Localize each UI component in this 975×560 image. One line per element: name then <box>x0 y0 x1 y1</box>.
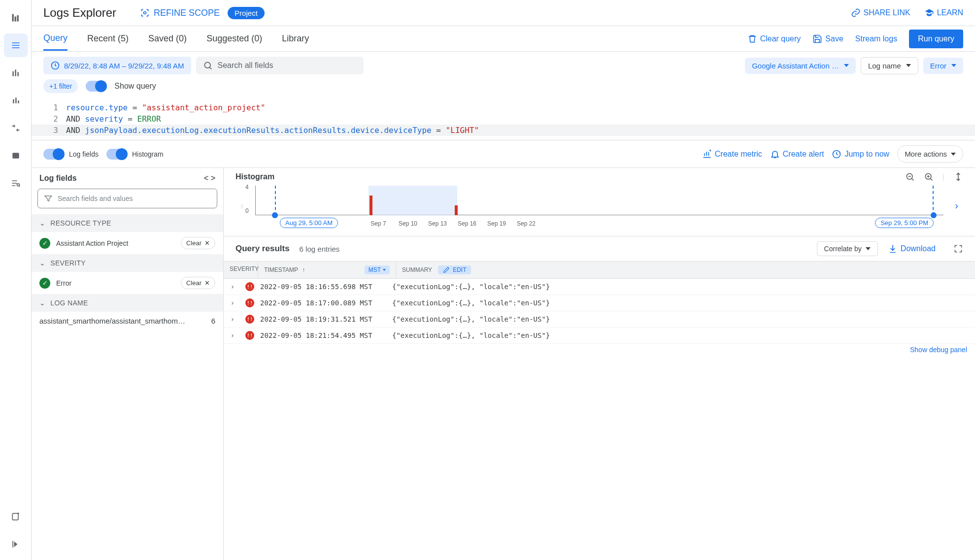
tab-recent[interactable]: Recent (5) <box>87 28 129 50</box>
log-summary: {"executionLog":{…}, "locale":"en-US"} <box>386 295 975 311</box>
download-button[interactable]: Download <box>888 244 936 254</box>
resource-dropdown[interactable]: Google Assistant Action … <box>745 58 856 74</box>
search-all-fields[interactable]: Search all fields <box>196 57 364 74</box>
time-range-chip[interactable]: 8/29/22, 8:48 AM – 9/29/22, 9:48 AM <box>43 57 191 74</box>
chevron-right-icon[interactable]: › <box>224 283 241 291</box>
section-log-name[interactable]: ⌄ LOG NAME <box>32 294 223 312</box>
create-alert-button[interactable]: Create alert <box>770 149 824 159</box>
expand-vertical-icon[interactable] <box>953 172 963 182</box>
log-summary: {"executionLog":{…}, "locale":"en-US"} <box>386 328 975 343</box>
log-timestamp: 2022-09-05 18:21:54.495 MST <box>258 328 386 343</box>
query-tabs: Query Recent (5) Saved (0) Suggested (0)… <box>32 26 975 52</box>
error-icon: !! <box>245 282 254 291</box>
error-icon: !! <box>245 298 254 307</box>
run-query-button[interactable]: Run query <box>909 30 963 48</box>
log-summary: {"executionLog":{…}, "locale":"en-US"} <box>386 279 975 295</box>
section-severity[interactable]: ⌄ SEVERITY <box>32 254 223 272</box>
histogram-end-pill[interactable]: Sep 29, 5:00 PM <box>875 218 934 228</box>
close-icon: ✕ <box>204 279 210 287</box>
clear-severity-button[interactable]: Clear✕ <box>181 277 215 289</box>
log-timestamp: 2022-09-05 18:17:00.089 MST <box>258 295 386 311</box>
chevron-right-icon[interactable]: › <box>224 331 241 339</box>
stream-logs-button[interactable]: Stream logs <box>855 34 897 43</box>
tab-suggested[interactable]: Suggested (0) <box>206 28 262 50</box>
chevron-down-icon: ⌄ <box>39 219 45 227</box>
filter-severity-value[interactable]: ✓ Error Clear✕ <box>32 272 223 294</box>
histogram-toggle[interactable] <box>106 149 127 160</box>
section-resource-type[interactable]: ⌄ RESOURCE TYPE <box>32 214 223 232</box>
log-fields-pane: Log fields < > Search fields and values … <box>32 168 224 560</box>
logo-icon[interactable] <box>4 6 28 30</box>
nav-search-icon[interactable] <box>4 171 28 195</box>
clear-resource-button[interactable]: Clear✕ <box>181 237 215 249</box>
more-actions-button[interactable]: More actions <box>897 145 963 163</box>
timezone-chip[interactable]: MST <box>365 265 390 274</box>
log-fields-title: Log fields <box>39 174 77 183</box>
col-summary[interactable]: SUMMARY EDIT <box>396 262 975 278</box>
log-row[interactable]: ›!!2022-09-05 18:21:54.495 MST{"executio… <box>224 328 975 344</box>
entry-count: 6 log entries <box>300 245 340 253</box>
error-icon: !! <box>245 315 254 324</box>
histogram-start-handle[interactable] <box>272 212 278 218</box>
logname-dropdown[interactable]: Log name <box>861 57 918 74</box>
chevron-right-icon[interactable]: › <box>224 299 241 307</box>
log-name-value[interactable]: assistant_smarthome/assistant_smarthom… … <box>32 312 223 330</box>
severity-dropdown[interactable]: Error <box>923 58 963 74</box>
svg-point-4 <box>144 12 146 14</box>
show-query-toggle[interactable] <box>86 81 106 92</box>
col-timestamp[interactable]: TIMESTAMP ↑ MST <box>258 262 396 278</box>
correlate-by-dropdown[interactable]: Correlate by <box>817 241 878 256</box>
log-fields-search[interactable]: Search fields and values <box>37 189 217 208</box>
project-scope-pill[interactable]: Project <box>228 7 265 19</box>
tab-library[interactable]: Library <box>282 28 309 50</box>
histogram-prev[interactable]: ‹ <box>240 200 244 211</box>
chevron-right-icon[interactable]: › <box>224 315 241 323</box>
refine-scope-button[interactable]: REFINE SCOPE Project <box>140 7 265 19</box>
expand-icon[interactable]: < > <box>204 174 215 183</box>
zoom-in-icon[interactable] <box>924 172 934 182</box>
header: Logs Explorer REFINE SCOPE Project SHARE… <box>32 0 975 26</box>
nav-logs-icon[interactable] <box>4 33 28 57</box>
log-row[interactable]: ›!!2022-09-05 18:17:00.089 MST{"executio… <box>224 295 975 311</box>
tab-query[interactable]: Query <box>43 27 67 51</box>
jump-to-now-button[interactable]: Jump to now <box>832 149 889 159</box>
caret-down-icon <box>951 153 956 156</box>
tab-saved[interactable]: Saved (0) <box>148 28 187 50</box>
log-timestamp: 2022-09-05 18:16:55.698 MST <box>258 279 386 295</box>
sidebar-nav <box>0 0 32 560</box>
nav-create-icon[interactable] <box>4 505 28 528</box>
histogram-start-pill[interactable]: Aug 29, 5:00 AM <box>280 218 338 228</box>
check-icon: ✓ <box>39 278 50 289</box>
results-header: Query results 6 log entries Correlate by… <box>224 236 975 262</box>
edit-summary-button[interactable]: EDIT <box>438 265 471 274</box>
nav-analytics-icon[interactable] <box>4 89 28 112</box>
show-query-label: Show query <box>114 82 156 91</box>
learn-button[interactable]: LEARN <box>924 8 963 18</box>
show-debug-panel-link[interactable]: Show debug panel <box>224 344 975 356</box>
results-table-header: SEVERITY TIMESTAMP ↑ MST SUMMARY EDIT <box>224 262 975 279</box>
histogram-next[interactable]: › <box>955 200 958 211</box>
col-severity[interactable]: SEVERITY <box>224 262 258 278</box>
nav-metrics-icon[interactable] <box>4 61 28 85</box>
create-metric-button[interactable]: Create metric <box>702 149 762 159</box>
log-row[interactable]: ›!!2022-09-05 18:19:31.521 MST{"executio… <box>224 311 975 328</box>
log-row[interactable]: ›!!2022-09-05 18:16:55.698 MST{"executio… <box>224 279 975 295</box>
save-button[interactable]: Save <box>812 34 843 44</box>
histogram-end-handle[interactable] <box>931 212 937 218</box>
nav-storage-icon[interactable] <box>4 144 28 167</box>
svg-point-6 <box>204 62 210 68</box>
share-link-button[interactable]: SHARE LINK <box>851 8 910 18</box>
fullscreen-icon[interactable] <box>953 244 963 254</box>
plus-filter-chip[interactable]: +1 filter <box>43 79 78 93</box>
nav-expand-icon[interactable] <box>4 532 28 556</box>
sort-asc-icon: ↑ <box>302 266 305 273</box>
nav-router-icon[interactable] <box>4 116 28 140</box>
filter-row: 8/29/22, 8:48 AM – 9/29/22, 9:48 AM Sear… <box>32 52 975 79</box>
clear-query-button[interactable]: Clear query <box>747 34 801 44</box>
error-icon: !! <box>245 331 254 340</box>
log-fields-toggle[interactable] <box>43 149 64 160</box>
filter-resource-value[interactable]: ✓ Assistant Action Project Clear✕ <box>32 232 223 254</box>
query-editor[interactable]: 1resource.type = "assistant_action_proje… <box>32 98 975 140</box>
zoom-out-icon[interactable] <box>905 172 915 182</box>
log-timestamp: 2022-09-05 18:19:31.521 MST <box>258 311 386 327</box>
